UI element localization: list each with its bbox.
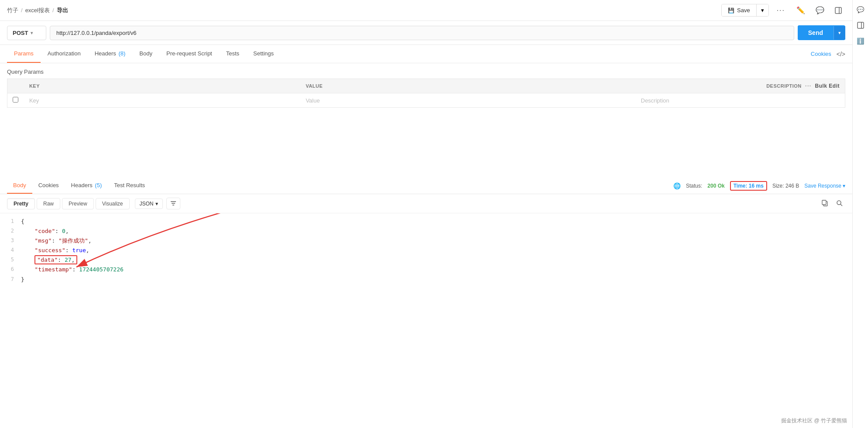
edit-icon-button[interactable]: ✏️ (793, 3, 809, 17)
method-dropdown[interactable]: POST ▾ (7, 26, 46, 40)
json-chevron-icon: ▾ (155, 201, 158, 207)
svg-rect-0 (835, 7, 841, 14)
th-description: DESCRIPTION ··· Bulk Edit (636, 79, 845, 93)
tab-body[interactable]: Body (132, 45, 159, 63)
panel-icon-button[interactable] (831, 3, 845, 17)
time-box: Time: 16 ms (730, 181, 767, 191)
th-checkbox (7, 79, 24, 93)
params-table: KEY VALUE DESCRIPTION ··· Bulk Edit (7, 79, 845, 108)
th-key: KEY (24, 79, 300, 93)
line-content-7: } (21, 275, 852, 284)
line-num-4: 4 (0, 246, 21, 255)
method-label: POST (13, 30, 28, 36)
save-dropdown-button[interactable]: ▾ (756, 4, 768, 16)
breadcrumb-sep2: / (52, 7, 54, 14)
row-checkbox[interactable] (13, 97, 18, 103)
line-num-2: 2 (0, 226, 21, 236)
send-dropdown-button[interactable]: ▾ (834, 26, 845, 40)
svg-rect-10 (858, 22, 864, 28)
sidebar-icon-panel[interactable] (854, 19, 867, 31)
response-tab-cookies[interactable]: Cookies (32, 178, 65, 194)
more-options-button[interactable]: ··· (772, 4, 789, 17)
method-chevron-icon: ▾ (31, 31, 33, 35)
response-section: Body Cookies Headers (5) Test Results 🌐 … (0, 178, 852, 428)
tab-headers[interactable]: Headers (8) (88, 45, 133, 63)
format-visualize-button[interactable]: Visualize (96, 198, 130, 209)
code-line-3: 3 "msg": "操作成功", (0, 236, 852, 246)
code-line-1: 1 { (0, 217, 852, 226)
line-content-4: "success": true, (21, 246, 852, 255)
format-raw-button[interactable]: Raw (37, 198, 60, 209)
save-button[interactable]: 💾 Save (722, 4, 756, 16)
query-params-title: Query Params (7, 68, 845, 75)
code-line-6: 6 "timestamp": 1724405707226 (0, 265, 852, 274)
comment-icon-button[interactable]: 💬 (812, 3, 828, 17)
line-content-3: "msg": "操作成功", (21, 236, 852, 246)
format-pretty-button[interactable]: Pretty (7, 198, 35, 209)
code-area: 1 { 2 "code": 0, 3 "msg": "操作成功", 4 (0, 213, 852, 428)
json-code-block: 1 { 2 "code": 0, 3 "msg": "操作成功", 4 (0, 213, 852, 284)
response-action-icons (819, 198, 845, 209)
copy-icon-button[interactable] (819, 198, 831, 209)
save-button-group: 💾 Save ▾ (721, 4, 769, 17)
line-content-2: "code": 0, (21, 226, 852, 236)
code-line-7: 7 } (0, 275, 852, 284)
sidebar-icon-comments[interactable]: 💬 (854, 3, 867, 16)
description-label: DESCRIPTION (766, 83, 802, 89)
status-value: 200 Ok (707, 183, 724, 189)
tab-tests[interactable]: Tests (219, 45, 246, 63)
url-bar: POST ▾ Send ▾ (0, 21, 852, 45)
tab-params[interactable]: Params (7, 45, 41, 63)
sidebar-icon-info[interactable]: ℹ️ (854, 35, 867, 47)
top-bar-actions: 💾 Save ▾ ··· ✏️ 💬 (721, 3, 845, 17)
line-num-7: 7 (0, 275, 21, 284)
desc-input-placeholder[interactable]: Description (641, 97, 669, 104)
code-icon[interactable]: </> (837, 51, 845, 58)
json-format-select[interactable]: JSON ▾ (135, 199, 163, 209)
search-icon-button[interactable] (834, 198, 845, 209)
code-line-5: 5 "data": 27, (0, 255, 852, 265)
right-sidebar: 💬 ℹ️ (852, 0, 868, 428)
send-button[interactable]: Send (798, 25, 834, 40)
top-bar: 竹子 / excel报表 / 导出 💾 Save ▾ ··· ✏️ 💬 (0, 0, 852, 21)
size-value: Size: 246 B (772, 183, 799, 189)
format-preview-button[interactable]: Preview (62, 198, 94, 209)
globe-icon: 🌐 (673, 182, 681, 189)
params-section: Query Params KEY VALUE DESCRIPTION ··· B… (0, 63, 852, 178)
line-content-1: { (21, 217, 852, 226)
breadcrumb-current: 导出 (57, 7, 68, 14)
url-input[interactable] (50, 26, 794, 40)
status-label: Status: (686, 183, 702, 189)
response-tab-body[interactable]: Body (7, 178, 32, 194)
bulk-edit-button[interactable]: Bulk Edit (815, 83, 840, 89)
line-content-6: "timestamp": 1724405707226 (21, 265, 852, 274)
th-value: VALUE (300, 79, 636, 93)
filter-icon-button[interactable] (166, 198, 180, 209)
response-tabs-bar: Body Cookies Headers (5) Test Results 🌐 … (0, 178, 852, 194)
svg-rect-6 (822, 200, 826, 205)
breadcrumb-sep1: / (21, 7, 23, 14)
more-dots-icon: ··· (805, 82, 812, 89)
line-num-3: 3 (0, 236, 21, 246)
breadcrumb: 竹子 / excel报表 / 导出 (7, 7, 68, 14)
response-tab-headers[interactable]: Headers (5) (65, 178, 108, 194)
format-bar: Pretty Raw Preview Visualize JSON ▾ (0, 194, 852, 213)
tab-authorization[interactable]: Authorization (41, 45, 88, 63)
svg-point-7 (837, 201, 841, 205)
save-label: Save (737, 7, 750, 14)
breadcrumb-part2: excel报表 (25, 7, 50, 14)
empty-params-area (7, 108, 845, 178)
response-tab-test-results[interactable]: Test Results (108, 178, 151, 194)
tab-prerequest[interactable]: Pre-request Script (159, 45, 219, 63)
request-tabs-bar: Params Authorization Headers (8) Body Pr… (0, 45, 852, 63)
tab-settings[interactable]: Settings (246, 45, 281, 63)
response-meta: 🌐 Status: 200 Ok Time: 16 ms Size: 246 B… (673, 181, 845, 191)
cookies-link[interactable]: Cookies (811, 51, 831, 57)
save-response-button[interactable]: Save Response ▾ (804, 183, 845, 189)
watermark: 掘金技术社区 @ 竹子爱熊猫 (781, 417, 847, 425)
code-line-4: 4 "success": true, (0, 246, 852, 255)
key-input-placeholder[interactable]: Key (29, 97, 39, 104)
line-content-5: "data": 27, (21, 255, 852, 265)
value-input-placeholder[interactable]: Value (306, 97, 320, 104)
line-num-1: 1 (0, 217, 21, 226)
